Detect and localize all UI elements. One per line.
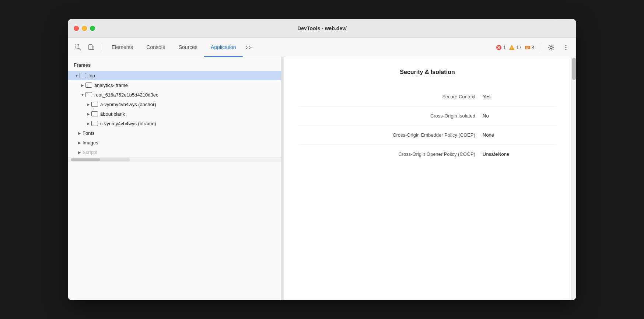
errors-badge[interactable]: 1 xyxy=(496,45,506,50)
arrow-right-icon-fonts: ▶ xyxy=(77,131,83,135)
content-v-scrollbar[interactable] xyxy=(571,57,576,300)
svg-point-12 xyxy=(566,45,567,46)
sidebar-item-images[interactable]: ▶ Images xyxy=(68,138,281,147)
arrow-right-icon-anchor: ▶ xyxy=(85,102,91,106)
sidebar-item-label-images: Images xyxy=(83,140,98,146)
svg-rect-8 xyxy=(525,46,530,49)
arrow-right-icon: ▶ xyxy=(80,83,85,87)
gear-icon xyxy=(548,44,554,51)
svg-text:!: ! xyxy=(511,46,512,50)
info-label-coop: Cross-Origin Opener Policy (COOP) xyxy=(298,151,483,157)
frame-icon-blank xyxy=(91,111,98,116)
svg-point-14 xyxy=(566,49,567,50)
toolbar-right: 1 ! 17 4 xyxy=(496,42,572,53)
toolbar-divider xyxy=(101,43,101,52)
ellipsis-vertical-icon xyxy=(563,44,569,51)
devtools-window: DevTools - web.dev/ Elements Console Sou… xyxy=(68,19,576,300)
sidebar-item-scripts[interactable]: ▶ Scripts xyxy=(68,147,281,157)
svg-rect-9 xyxy=(526,47,529,48)
arrow-right-icon-scripts: ▶ xyxy=(77,150,83,154)
inspect-icon xyxy=(75,44,81,51)
info-row-secure-context: Secure Context Yes xyxy=(298,87,556,106)
v-scrollbar-thumb xyxy=(572,58,576,80)
errors-count: 1 xyxy=(503,45,506,50)
window-title: DevTools - web.dev/ xyxy=(297,25,347,31)
sidebar-item-fonts[interactable]: ▶ Fonts xyxy=(68,128,281,138)
info-label-cross-origin-isolated: Cross-Origin Isolated xyxy=(298,113,483,119)
svg-point-13 xyxy=(566,47,567,48)
svg-rect-0 xyxy=(75,45,79,48)
sidebar-item-label-bframe: c-vynmy4vb4wys (bframe) xyxy=(100,121,156,126)
info-count: 4 xyxy=(532,45,535,50)
minimize-button[interactable] xyxy=(82,26,87,31)
warnings-count: 17 xyxy=(516,45,521,50)
section-title: Security & Isolation xyxy=(298,69,556,76)
frame-icon-anchor xyxy=(91,102,98,107)
info-row-coep: Cross-Origin Embedder Policy (COEP) None xyxy=(298,126,556,145)
toolbar-tabs: Elements Console Sources Application >> xyxy=(105,38,494,57)
main-content: Frames ▼ top ▶ analytics-iframe ▼ root_6… xyxy=(68,57,576,300)
warning-icon: ! xyxy=(509,45,515,50)
frame-icon-root xyxy=(85,92,92,97)
frame-icon xyxy=(80,73,86,78)
info-badge[interactable]: 4 xyxy=(525,45,535,50)
sidebar-item-top[interactable]: ▼ top xyxy=(68,71,281,80)
info-value-secure-context: Yes xyxy=(483,94,556,99)
titlebar: DevTools - web.dev/ xyxy=(68,19,576,38)
sidebar-scrollbar-area xyxy=(68,157,281,162)
sidebar-h-scrollbar[interactable] xyxy=(71,158,130,161)
info-value-coep: None xyxy=(483,132,556,138)
content-panel: Security & Isolation Secure Context Yes … xyxy=(284,57,571,300)
tab-application[interactable]: Application xyxy=(204,38,243,57)
sidebar-item-analytics-iframe[interactable]: ▶ analytics-iframe xyxy=(68,80,281,90)
arrow-right-icon-blank: ▶ xyxy=(85,112,91,116)
tab-elements[interactable]: Elements xyxy=(105,38,140,57)
traffic-lights xyxy=(74,26,95,31)
svg-rect-2 xyxy=(92,46,94,50)
frames-header: Frames xyxy=(68,57,281,71)
device-toolbar-button[interactable] xyxy=(85,42,97,53)
frame-icon-analytics xyxy=(85,83,92,88)
info-value-cross-origin-isolated: No xyxy=(483,113,556,119)
sidebar-item-blank[interactable]: ▶ about:blank xyxy=(68,109,281,119)
arrow-right-icon-images: ▶ xyxy=(77,141,83,145)
sidebar-item-label-root: root_616a752e1b5d4210d3ec xyxy=(94,92,158,98)
svg-point-11 xyxy=(550,46,552,49)
sidebar-item-label-analytics: analytics-iframe xyxy=(94,83,128,88)
info-label-coep: Cross-Origin Embedder Policy (COEP) xyxy=(298,132,483,138)
frame-icon-bframe xyxy=(91,121,98,126)
more-options-button[interactable] xyxy=(560,42,572,53)
toolbar: Elements Console Sources Application >> … xyxy=(68,38,576,57)
sidebar: Frames ▼ top ▶ analytics-iframe ▼ root_6… xyxy=(68,57,281,300)
arrow-down-icon-root: ▼ xyxy=(80,93,85,97)
sidebar-item-label-anchor: a-vynmy4vb4wys (anchor) xyxy=(100,102,156,107)
info-value-coop: UnsafeNone xyxy=(483,151,556,157)
close-button[interactable] xyxy=(74,26,79,31)
warnings-badge[interactable]: ! 17 xyxy=(509,45,521,50)
arrow-down-icon: ▼ xyxy=(74,74,80,78)
sidebar-item-label-scripts: Scripts xyxy=(83,150,97,155)
tab-sources[interactable]: Sources xyxy=(172,38,204,57)
info-row-cross-origin-isolated: Cross-Origin Isolated No xyxy=(298,106,556,126)
maximize-button[interactable] xyxy=(90,26,95,31)
sidebar-item-label-fonts: Fonts xyxy=(83,130,95,136)
tab-console[interactable]: Console xyxy=(140,38,172,57)
info-label-secure-context: Secure Context xyxy=(298,94,483,99)
arrow-right-icon-bframe: ▶ xyxy=(85,122,91,126)
info-icon xyxy=(525,45,531,50)
error-icon xyxy=(496,45,502,50)
device-icon xyxy=(88,44,95,51)
sidebar-item-label-blank: about:blank xyxy=(100,111,125,117)
info-row-coop: Cross-Origin Opener Policy (COOP) Unsafe… xyxy=(298,145,556,164)
inspect-element-button[interactable] xyxy=(72,42,84,53)
toolbar-divider-2 xyxy=(540,43,540,52)
sidebar-item-root[interactable]: ▼ root_616a752e1b5d4210d3ec xyxy=(68,90,281,99)
sidebar-item-label-top: top xyxy=(88,73,95,78)
sidebar-item-bframe[interactable]: ▶ c-vynmy4vb4wys (bframe) xyxy=(68,119,281,128)
sidebar-item-anchor[interactable]: ▶ a-vynmy4vb4wys (anchor) xyxy=(68,99,281,109)
more-tabs-button[interactable]: >> xyxy=(243,42,255,53)
settings-button[interactable] xyxy=(545,42,557,53)
svg-rect-10 xyxy=(526,48,528,49)
